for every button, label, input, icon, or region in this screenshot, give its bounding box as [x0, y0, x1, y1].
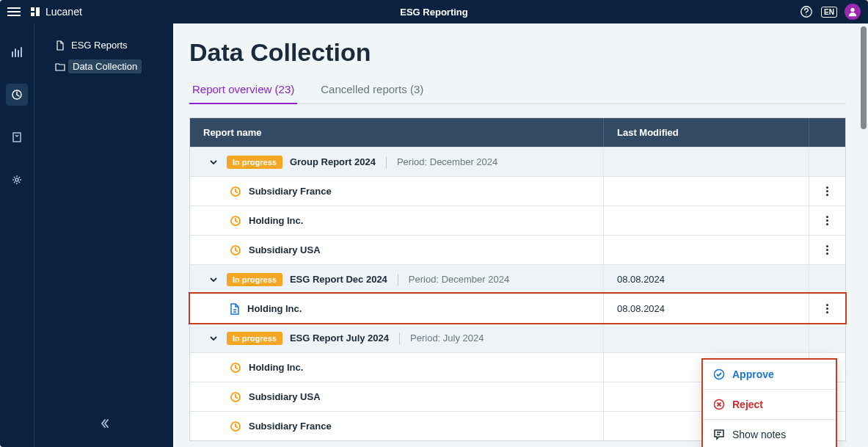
- report-name: Subsidiary France: [249, 421, 332, 432]
- sidebar-item-label: ESG Reports: [71, 40, 128, 51]
- menu-label: Approve: [732, 368, 774, 380]
- user-avatar[interactable]: [845, 4, 861, 20]
- check-circle-icon: [713, 368, 725, 380]
- sidebar: ESG Reports Data Collection: [34, 23, 173, 447]
- menu-label: Show notes: [732, 429, 786, 440]
- report-period: Period: December 2024: [409, 274, 509, 285]
- clock-icon: [230, 362, 241, 374]
- status-badge: In progress: [227, 156, 282, 169]
- report-name: Subsidiary USA: [249, 244, 321, 255]
- menu-label: Reject: [732, 399, 763, 410]
- clock-icon: [230, 421, 241, 432]
- page-title: Data Collection: [189, 38, 846, 67]
- col-last-modified: Last Modified: [603, 118, 809, 147]
- file-icon: [55, 40, 65, 51]
- chevron-down-icon[interactable]: [208, 158, 219, 167]
- table-row[interactable]: In progress ESG Report July 2024 Period:…: [190, 323, 845, 352]
- logo-icon: [29, 6, 41, 18]
- top-bar: Lucanet ESG Reporting EN: [0, 0, 868, 23]
- sidebar-item-label: Data Collection: [68, 59, 142, 73]
- chevron-down-icon[interactable]: [208, 334, 219, 343]
- chevron-down-icon[interactable]: [208, 275, 219, 284]
- main-content: Data Collection Report overview (23) Can…: [173, 23, 868, 447]
- last-modified: [603, 177, 809, 206]
- last-modified: [603, 206, 809, 235]
- last-modified: 08.08.2024: [603, 265, 809, 294]
- row-actions-menu: Approve Reject Show notes: [701, 358, 837, 447]
- last-modified: [603, 324, 809, 352]
- sidebar-item-data-collection[interactable]: Data Collection: [34, 55, 173, 78]
- tab-bar: Report overview (23) Cancelled reports (…: [189, 77, 846, 104]
- menu-item-approve[interactable]: Approve: [703, 360, 836, 390]
- report-name: ESG Report Dec 2024: [290, 274, 387, 285]
- tab-report-overview[interactable]: Report overview (23): [189, 77, 297, 104]
- hamburger-menu-icon[interactable]: [7, 5, 21, 18]
- table-row[interactable]: In progress ESG Report Dec 2024 Period: …: [190, 264, 845, 294]
- brand-name: Lucanet: [45, 6, 82, 18]
- language-selector[interactable]: EN: [821, 7, 837, 18]
- clock-icon: [230, 244, 241, 256]
- report-name: Holding Inc.: [247, 303, 302, 314]
- report-name: ESG Report July 2024: [290, 332, 389, 344]
- brand-logo[interactable]: Lucanet: [29, 6, 82, 18]
- table-row[interactable]: Subsidiary France: [190, 176, 845, 206]
- help-icon[interactable]: [799, 4, 814, 19]
- rail-settings-icon[interactable]: [6, 169, 28, 191]
- clock-icon: [230, 215, 241, 227]
- col-report-name: Report name: [190, 118, 603, 147]
- svg-point-1: [850, 8, 854, 12]
- status-badge: In progress: [227, 273, 282, 286]
- document-icon: [230, 303, 240, 315]
- last-modified: [603, 236, 809, 264]
- report-name: Holding Inc.: [249, 362, 303, 373]
- report-name: Holding Inc.: [249, 215, 303, 226]
- sidebar-item-esg-reports[interactable]: ESG Reports: [34, 35, 173, 55]
- scrollbar-thumb[interactable]: [861, 26, 867, 129]
- note-icon: [713, 429, 725, 440]
- x-circle-icon: [713, 399, 725, 410]
- report-period: Period: December 2024: [397, 156, 497, 167]
- table-row[interactable]: Holding Inc.: [190, 206, 845, 235]
- table-header: Report name Last Modified: [190, 118, 845, 147]
- last-modified: 08.08.2024: [603, 294, 809, 323]
- table-row[interactable]: Holding Inc. 08.08.2024: [190, 294, 845, 323]
- report-name: Subsidiary USA: [249, 391, 321, 402]
- row-actions-icon[interactable]: [823, 182, 833, 200]
- clock-icon: [230, 391, 241, 403]
- rail-data-icon[interactable]: [6, 84, 28, 106]
- status-badge: In progress: [227, 332, 282, 345]
- collapse-sidebar-icon[interactable]: [98, 418, 110, 432]
- last-modified: [603, 148, 809, 176]
- col-actions: [809, 118, 845, 147]
- app-title: ESG Reporting: [400, 7, 467, 18]
- menu-item-reject[interactable]: Reject: [703, 390, 836, 420]
- svg-point-3: [15, 178, 18, 181]
- rail-star-icon[interactable]: [6, 126, 28, 148]
- tab-cancelled-reports[interactable]: Cancelled reports (3): [318, 77, 426, 104]
- row-actions-icon[interactable]: [823, 211, 833, 230]
- report-period: Period: July 2024: [410, 332, 484, 344]
- table-row[interactable]: Subsidiary USA: [190, 235, 845, 264]
- clock-icon: [230, 186, 241, 197]
- menu-item-show-notes[interactable]: Show notes: [703, 420, 836, 447]
- icon-rail: [0, 23, 34, 447]
- row-actions-icon[interactable]: [823, 241, 833, 259]
- report-name: Group Report 2024: [290, 156, 376, 167]
- folder-icon: [55, 62, 65, 72]
- table-row[interactable]: In progress Group Report 2024 Period: De…: [190, 147, 845, 176]
- row-actions-icon[interactable]: [823, 299, 833, 318]
- report-name: Subsidiary France: [249, 186, 332, 197]
- rail-dashboard-icon[interactable]: [6, 41, 28, 63]
